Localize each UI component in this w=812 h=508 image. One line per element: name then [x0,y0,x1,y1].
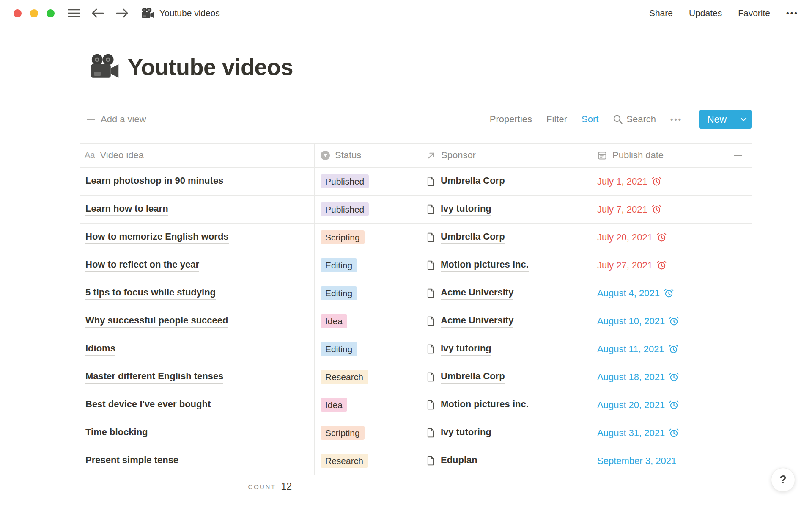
close-window-button[interactable] [14,9,22,17]
status-cell[interactable]: Scripting [315,419,420,447]
favorite-button[interactable]: Favorite [738,8,770,18]
sponsor-cell[interactable]: Umbrella Corp [420,168,591,196]
chevron-down-icon[interactable] [735,110,752,129]
minimize-window-button[interactable] [30,9,38,17]
column-header-video-idea[interactable]: Aa Video idea [80,143,315,168]
page-link[interactable]: Umbrella Corp [441,231,505,244]
status-cell[interactable]: Published [315,196,420,224]
publish-date-cell[interactable]: July 7, 2021 [591,196,724,224]
zoom-window-button[interactable] [47,9,55,17]
movie-camera-icon [89,53,120,80]
back-arrow-icon[interactable] [91,7,104,19]
sponsor-cell[interactable]: Eduplan [420,447,591,475]
sponsor-cell[interactable]: Umbrella Corp [420,363,591,391]
date-text: July 27, 2021 [597,260,653,271]
sponsor-cell[interactable]: Umbrella Corp [420,224,591,251]
publish-date-cell[interactable]: July 1, 2021 [591,168,724,196]
publish-date-cell[interactable]: August 20, 2021 [591,391,724,419]
video-idea-cell[interactable]: Master different English tenses [80,363,315,391]
page-link[interactable]: Best device I've ever bought [85,398,211,411]
video-idea-cell[interactable]: Present simple tense [80,447,315,475]
page-link[interactable]: Ivy tutoring [441,426,491,439]
video-idea-cell[interactable]: How to memorize English words [80,224,315,251]
new-button[interactable]: New [699,110,752,129]
sponsor-cell[interactable]: Ivy tutoring [420,335,591,363]
add-column-button[interactable] [724,143,752,168]
sidebar-toggle-icon[interactable] [67,8,80,18]
page-link[interactable]: Motion pictures inc. [441,259,529,272]
page-link[interactable]: Learn photoshop in 90 minutes [85,175,223,188]
page-link[interactable]: How to memorize English words [85,231,229,244]
page-link[interactable]: Time blocking [85,426,148,439]
row-trailing-cell [724,335,752,363]
sponsor-cell[interactable]: Ivy tutoring [420,419,591,447]
table-row: Best device I've ever boughtIdeaMotion p… [80,391,752,419]
view-options-icon[interactable]: ••• [670,115,682,124]
page-link[interactable]: Present simple tense [85,454,178,467]
status-badge: Published [321,174,369,188]
publish-date-cell[interactable]: August 18, 2021 [591,363,724,391]
page-link[interactable]: Learn how to learn [85,203,168,216]
page-link[interactable]: Why successful people succeed [85,315,228,328]
sort-button[interactable]: Sort [582,114,598,125]
video-idea-cell[interactable]: How to reflect on the year [80,251,315,279]
column-header-sponsor[interactable]: Sponsor [420,143,591,168]
publish-date-cell[interactable]: August 11, 2021 [591,335,724,363]
page-link[interactable]: Ivy tutoring [441,203,491,216]
page-link[interactable]: Master different English tenses [85,370,223,384]
status-cell[interactable]: Research [315,447,420,475]
sponsor-cell[interactable]: Motion pictures inc. [420,251,591,279]
more-menu-icon[interactable]: ••• [786,8,798,18]
page-link[interactable]: How to reflect on the year [85,259,199,272]
page-link[interactable]: Acme University [441,287,513,300]
status-cell[interactable]: Published [315,168,420,196]
video-idea-cell[interactable]: Time blocking [80,419,315,447]
table-row: Learn photoshop in 90 minutesPublishedUm… [80,168,752,196]
status-cell[interactable]: Scripting [315,224,420,251]
share-button[interactable]: Share [649,8,673,18]
page-link[interactable]: Umbrella Corp [441,370,505,384]
count-footer[interactable]: COUNT 12 [80,475,315,492]
sponsor-cell[interactable]: Ivy tutoring [420,196,591,224]
video-idea-cell[interactable]: Learn photoshop in 90 minutes [80,168,315,196]
page-link[interactable]: Motion pictures inc. [441,398,529,411]
publish-date-cell[interactable]: August 31, 2021 [591,419,724,447]
page-link[interactable]: 5 tips to focus while studying [85,287,216,300]
video-idea-cell[interactable]: Why successful people succeed [80,307,315,335]
status-cell[interactable]: Editing [315,251,420,279]
status-cell[interactable]: Research [315,363,420,391]
help-button[interactable]: ? [771,468,795,492]
status-cell[interactable]: Idea [315,391,420,419]
status-cell[interactable]: Editing [315,335,420,363]
video-idea-cell[interactable]: 5 tips to focus while studying [80,279,315,307]
publish-date-cell[interactable]: August 10, 2021 [591,307,724,335]
breadcrumb-page-title[interactable]: Youtube videos [159,8,220,18]
video-idea-cell[interactable]: Idioms [80,335,315,363]
page-link[interactable]: Acme University [441,315,513,328]
page-link[interactable]: Umbrella Corp [441,175,505,188]
page-link[interactable]: Ivy tutoring [441,342,491,356]
forward-arrow-icon[interactable] [115,7,129,19]
page-icon [425,372,436,382]
video-idea-cell[interactable]: Learn how to learn [80,196,315,224]
column-header-status[interactable]: Status [315,143,420,168]
page-link[interactable]: Eduplan [441,454,477,467]
sponsor-cell[interactable]: Acme University [420,307,591,335]
status-cell[interactable]: Editing [315,279,420,307]
publish-date-cell[interactable]: July 20, 2021 [591,224,724,251]
add-view-button[interactable]: Add a view [80,114,146,125]
sponsor-cell[interactable]: Motion pictures inc. [420,391,591,419]
status-cell[interactable]: Idea [315,307,420,335]
page-link[interactable]: Idioms [85,342,115,356]
search-button[interactable]: Search [613,114,656,125]
publish-date-cell[interactable]: August 4, 2021 [591,279,724,307]
publish-date-cell[interactable]: July 27, 2021 [591,251,724,279]
date-text: August 18, 2021 [597,372,665,383]
filter-button[interactable]: Filter [546,114,567,125]
sponsor-cell[interactable]: Acme University [420,279,591,307]
properties-button[interactable]: Properties [490,114,532,125]
publish-date-cell[interactable]: September 3, 2021 [591,447,724,475]
column-header-publish-date[interactable]: Publish date [591,143,724,168]
video-idea-cell[interactable]: Best device I've ever bought [80,391,315,419]
updates-button[interactable]: Updates [689,8,722,18]
